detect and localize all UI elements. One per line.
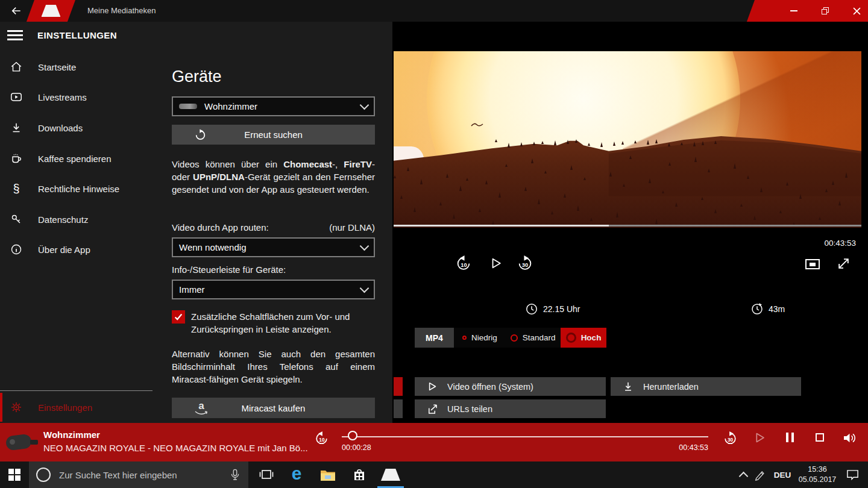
taskbar-edge-button[interactable]: e — [283, 461, 310, 488]
download-icon — [8, 121, 24, 134]
app-logo-tv-icon — [41, 5, 60, 17]
tree — [629, 155, 632, 159]
restore-icon — [822, 7, 829, 15]
tree — [668, 143, 670, 146]
search-input[interactable] — [58, 469, 229, 481]
route-select[interactable]: Wenn notwendig — [172, 237, 375, 257]
tree — [600, 142, 603, 147]
remaining-info: 43m — [751, 303, 785, 315]
chevron-down-icon — [360, 101, 370, 110]
share-urls-button[interactable]: URLs teilen — [415, 399, 606, 418]
player-skip-back-button[interactable]: 10 — [315, 431, 329, 445]
tree — [609, 172, 612, 177]
tree — [779, 210, 782, 213]
sidebar-item-einstellungen-active[interactable]: Einstellungen — [0, 393, 157, 422]
close-button[interactable] — [846, 0, 867, 22]
skip-forward-30-icon: 30 — [723, 431, 737, 445]
countdown-clock-icon — [751, 303, 763, 315]
video-seekbar[interactable] — [394, 225, 861, 227]
player-skip-forward-button[interactable]: 30 — [723, 431, 737, 445]
chromecast-device-image — [5, 429, 39, 455]
sidebar-item-kaffee[interactable]: Kaffee spendieren — [0, 146, 154, 171]
video-skip-back-button[interactable]: 10 — [456, 255, 471, 271]
sidebar-item-ueber-die-app[interactable]: Über die App — [0, 237, 154, 262]
close-icon — [853, 7, 861, 15]
sidebar-item-label: Rechtliche Hinweise — [38, 184, 119, 194]
fullscreen-button[interactable] — [837, 257, 851, 271]
tree — [623, 184, 625, 187]
pause-icon — [786, 433, 788, 442]
play-icon — [490, 257, 502, 269]
sidebar-item-livestreams[interactable]: Livestreams — [0, 84, 154, 110]
quality-option-hoch-selected[interactable]: Hoch — [561, 328, 606, 348]
player-progress-track[interactable] — [342, 436, 708, 437]
video-play-button[interactable] — [490, 257, 502, 269]
partial-button-red[interactable] — [394, 377, 403, 396]
restore-button[interactable] — [815, 0, 835, 22]
player-progress-thumb[interactable] — [348, 431, 357, 440]
taskbar-mediatheken-button[interactable] — [377, 461, 404, 488]
tree — [420, 179, 423, 184]
sidebar-item-downloads[interactable]: Downloads — [0, 115, 154, 140]
tree — [533, 142, 535, 145]
tree — [708, 169, 710, 172]
cast-info-text: Videos können über ein Chomecast-, FireT… — [172, 158, 375, 196]
tray-chevron-button[interactable] — [734, 461, 752, 488]
quality-option-standard[interactable]: Standard — [505, 333, 562, 342]
rescan-button[interactable]: Erneut suchen — [172, 125, 375, 145]
tree — [701, 197, 703, 200]
partial-button-gray[interactable] — [394, 399, 403, 418]
hamburger-menu-button[interactable] — [7, 28, 23, 43]
tree — [551, 211, 553, 214]
video-skip-forward-button[interactable]: 30 — [517, 255, 533, 271]
edge-icon: e — [292, 465, 302, 483]
tree — [508, 143, 510, 148]
action-center-button[interactable] — [840, 461, 864, 488]
coffee-icon — [8, 152, 24, 165]
tree — [832, 181, 834, 185]
tray-clock[interactable]: 15:36 05.05.2017 — [794, 461, 840, 488]
microphone-icon[interactable] — [229, 468, 241, 481]
open-video-button[interactable]: Video öffnen (System) — [415, 377, 606, 396]
task-view-button[interactable] — [253, 461, 280, 488]
sidebar-item-startseite[interactable]: Startseite — [0, 54, 154, 80]
taskbar-explorer-button[interactable] — [315, 461, 341, 488]
start-button[interactable] — [0, 461, 29, 488]
download-video-button[interactable]: Herunterladen — [611, 377, 801, 396]
section-sign-icon: § — [8, 182, 24, 196]
player-play-button[interactable] — [754, 432, 766, 443]
back-button[interactable] — [10, 5, 23, 17]
player-pause-button[interactable] — [786, 433, 794, 442]
check-icon — [174, 312, 183, 322]
download-icon — [621, 381, 635, 392]
tree — [734, 163, 736, 169]
tree — [655, 139, 658, 143]
picture-in-picture-icon — [810, 263, 816, 266]
chevron-down-icon — [360, 242, 370, 251]
tray-language-indicator[interactable]: DEU — [770, 461, 794, 488]
infobar-select[interactable]: Immer — [172, 280, 375, 299]
quality-option-niedrig[interactable]: Niedrig — [454, 333, 505, 342]
sidebar-item-rechtliche-hinweise[interactable]: § Rechtliche Hinweise — [0, 176, 154, 201]
taskbar-store-button[interactable] — [346, 461, 373, 488]
fullscreen-icon — [837, 257, 851, 271]
airtime-info: 22.15 Uhr — [526, 303, 580, 315]
tray-time: 15:36 — [808, 465, 826, 475]
tree — [407, 167, 409, 171]
cast-device-icon — [179, 104, 197, 109]
play-icon — [754, 432, 766, 443]
device-select[interactable]: Wohnzimmer — [172, 96, 375, 116]
picture-in-picture-button[interactable] — [805, 259, 820, 269]
tray-pen-button[interactable] — [751, 461, 769, 488]
miracast-buy-button[interactable]: a Miracast kaufen — [172, 398, 375, 418]
format-tab-mp4[interactable]: MP4 — [415, 328, 454, 348]
sidebar-item-datenschutz[interactable]: Datenschutz — [0, 207, 154, 232]
extra-buttons-checkbox[interactable] — [172, 310, 185, 324]
tree — [613, 142, 615, 146]
tree — [394, 175, 396, 178]
minimize-button[interactable] — [784, 0, 804, 22]
player-stop-button[interactable] — [816, 433, 824, 442]
skip-back-10-icon: 10 — [315, 431, 329, 445]
player-volume-button[interactable] — [843, 432, 857, 444]
taskbar-search[interactable] — [29, 461, 248, 488]
